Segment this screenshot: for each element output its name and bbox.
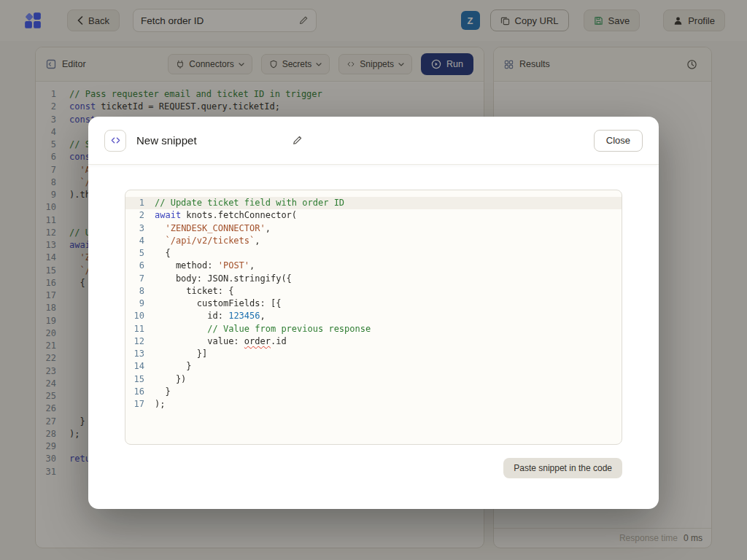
line-content: body: JSON.stringify({ [144,273,622,285]
line-content: // Value from previous response [144,323,622,335]
line-content: // Update ticket field with order ID [144,197,622,209]
line-content: value: order.id [144,335,622,348]
close-button[interactable]: Close [594,130,643,152]
code-line: 12 value: order.id [125,335,622,348]
code-line: 6 method: 'POST', [125,260,622,272]
line-number: 10 [125,310,144,322]
line-content: 'ZENDESK_CONNECTOR', [144,222,622,235]
line-number: 1 [125,197,144,209]
code-line: 2await knots.fetchConnector( [125,209,622,222]
code-line: 15 }) [125,373,622,386]
line-content: ); [144,398,622,411]
line-number: 3 [125,222,144,235]
code-line: 9 customFields: [{ [125,298,622,310]
line-number: 11 [125,323,144,335]
line-content: { [144,247,622,260]
line-content: customFields: [{ [144,298,622,310]
edit-snippet-icon[interactable] [292,135,303,146]
code-line: 4 `/api/v2/tickets`, [125,235,622,247]
line-number: 9 [125,298,144,310]
new-snippet-modal: New snippet Close 1// Update ticket fiel… [88,117,659,509]
modal-footer: Paste snippet in the code [125,445,622,478]
line-number: 14 [125,360,144,373]
line-content: id: 123456, [144,310,622,322]
modal-body: 1// Update ticket field with order ID2aw… [88,165,659,509]
code-line: 16 } [125,386,622,398]
code-line: 7 body: JSON.stringify({ [125,273,622,285]
line-number: 5 [125,247,144,260]
line-number: 8 [125,285,144,298]
paste-snippet-button[interactable]: Paste snippet in the code [503,458,622,478]
line-number: 13 [125,348,144,360]
line-content: ticket: { [144,285,622,298]
line-content: } [144,386,622,398]
code-line: 5 { [125,247,622,260]
snippet-code-block[interactable]: 1// Update ticket field with order ID2aw… [125,190,622,445]
code-line: 1// Update ticket field with order ID [125,197,622,209]
code-line: 13 }] [125,348,622,360]
modal-header: New snippet Close [88,117,659,165]
code-line: 10 id: 123456, [125,310,622,322]
line-number: 17 [125,398,144,411]
line-number: 12 [125,335,144,348]
line-content: }] [144,348,622,360]
line-number: 15 [125,373,144,386]
line-content: `/api/v2/tickets`, [144,235,622,247]
code-line: 8 ticket: { [125,285,622,298]
code-line: 14 } [125,360,622,373]
line-number: 7 [125,273,144,285]
line-content: }) [144,373,622,386]
line-number: 6 [125,260,144,272]
snippet-icon [104,130,126,152]
line-number: 16 [125,386,144,398]
code-line: 11 // Value from previous response [125,323,622,335]
line-content: method: 'POST', [144,260,622,272]
code-line: 17); [125,398,622,411]
line-number: 4 [125,235,144,247]
line-content: } [144,360,622,373]
line-content: await knots.fetchConnector( [144,209,622,222]
line-number: 2 [125,209,144,222]
modal-title: New snippet [136,134,197,147]
code-line: 3 'ZENDESK_CONNECTOR', [125,222,622,235]
